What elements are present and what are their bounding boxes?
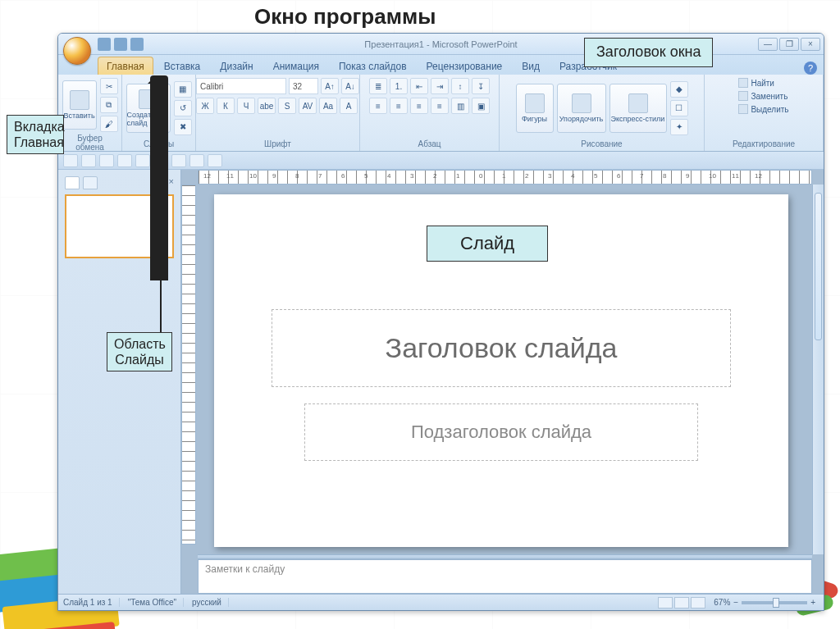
shape-fill-icon[interactable]: ◆ — [670, 81, 688, 98]
align-right-icon[interactable]: ≡ — [410, 98, 428, 114]
normal-view-icon[interactable] — [658, 597, 673, 608]
shapes-icon — [525, 93, 545, 113]
arrow-to-tab — [150, 75, 168, 280]
text-direction-icon[interactable]: ↧ — [472, 78, 490, 94]
minimize-button[interactable]: — — [758, 38, 778, 51]
group-label: Абзац — [365, 138, 494, 151]
tool-icon[interactable] — [117, 154, 132, 167]
bullets-icon[interactable]: ≣ — [369, 78, 387, 94]
shape-outline-icon[interactable]: ☐ — [670, 100, 688, 116]
delete-icon[interactable]: ✖ — [174, 119, 192, 135]
select-icon — [738, 104, 748, 114]
status-language[interactable]: русский — [192, 598, 229, 607]
tab-view[interactable]: Вид — [513, 57, 549, 75]
spacing-button[interactable]: AV — [299, 98, 317, 114]
subtitle-placeholder[interactable]: Подзаголовок слайда — [304, 403, 698, 461]
slideshow-view-icon[interactable] — [691, 597, 705, 608]
secondary-toolbar — [58, 152, 824, 170]
annot-slides-pane: Область Слайды — [107, 332, 172, 371]
redo-icon[interactable] — [130, 38, 144, 51]
find-button[interactable]: Найти — [738, 78, 774, 88]
close-button[interactable]: × — [801, 38, 820, 51]
undo-icon[interactable] — [114, 38, 127, 51]
tab-review[interactable]: Рецензирование — [418, 57, 512, 75]
columns-icon[interactable]: ▥ — [451, 98, 469, 114]
justify-icon[interactable]: ≡ — [431, 98, 449, 114]
tab-insert[interactable]: Вставка — [155, 57, 210, 75]
close-pane-icon[interactable]: × — [169, 176, 174, 189]
tab-design[interactable]: Дизайн — [211, 57, 262, 75]
group-editing: Найти Заменить Выделить Редактирование — [705, 75, 824, 151]
grow-font-icon[interactable]: A↑ — [321, 78, 339, 94]
tool-icon[interactable] — [189, 154, 204, 167]
title-placeholder[interactable]: Заголовок слайда — [272, 309, 731, 387]
quick-access-toolbar — [98, 38, 144, 51]
group-clipboard: Вставить ✂ ⧉ 🖌 Буфер обмена — [58, 75, 122, 151]
sorter-view-icon[interactable] — [674, 597, 689, 608]
font-color-button[interactable]: A — [340, 98, 358, 114]
notes-pane[interactable]: Заметки к слайду — [198, 559, 812, 594]
vertical-scrollbar[interactable] — [812, 185, 824, 554]
outline-tab[interactable] — [83, 176, 98, 189]
strike-button[interactable]: abe — [258, 98, 276, 114]
tab-slideshow[interactable]: Показ слайдов — [330, 57, 416, 75]
quick-styles-button[interactable]: Экспресс-стили — [609, 84, 667, 133]
help-icon[interactable]: ? — [804, 62, 817, 75]
scrollbar-thumb[interactable] — [815, 193, 822, 340]
format-painter-icon[interactable]: 🖌 — [100, 116, 118, 132]
tool-icon[interactable] — [135, 154, 150, 167]
replace-button[interactable]: Заменить — [738, 91, 788, 101]
tab-home[interactable]: Главная — [98, 57, 153, 75]
zoom-slider-handle[interactable] — [773, 598, 779, 608]
styles-label: Экспресс-стили — [611, 115, 665, 123]
tab-animation[interactable]: Анимация — [264, 57, 328, 75]
indent-inc-icon[interactable]: ⇥ — [431, 78, 449, 94]
layout-icon[interactable]: ▦ — [174, 81, 192, 98]
font-size-combo[interactable]: 32 — [289, 78, 318, 94]
underline-button[interactable]: Ч — [237, 98, 255, 114]
annot-home-tab: Вкладка Главная — [7, 115, 64, 154]
group-paragraph: ≣ 1. ⇤ ⇥ ↕ ↧ ≡ ≡ ≡ ≡ ▥ ▣ Абзац — [360, 75, 500, 151]
bold-button[interactable]: Ж — [196, 98, 214, 114]
vertical-ruler[interactable] — [181, 185, 196, 545]
thumb-number: 1 — [57, 194, 58, 204]
slides-tab[interactable] — [65, 176, 80, 189]
shrink-font-icon[interactable]: A↓ — [341, 78, 359, 94]
zoom-value: 67% — [714, 598, 730, 607]
paste-button[interactable]: Вставить — [62, 80, 97, 130]
cut-icon[interactable]: ✂ — [100, 78, 118, 94]
zoom-in-button[interactable]: + — [810, 598, 815, 607]
annot-slide: Слайд — [427, 226, 548, 262]
shadow-button[interactable]: S — [278, 98, 296, 114]
copy-icon[interactable]: ⧉ — [100, 97, 118, 113]
font-family-combo[interactable]: Calibri — [196, 78, 286, 94]
group-label: Буфер обмена — [63, 132, 116, 154]
maximize-button[interactable]: ❐ — [779, 38, 799, 51]
align-left-icon[interactable]: ≡ — [369, 98, 387, 114]
horizontal-ruler[interactable]: 1211109876543210123456789101112 — [198, 170, 812, 185]
shape-effects-icon[interactable]: ✦ — [670, 119, 688, 135]
italic-button[interactable]: К — [217, 98, 235, 114]
shapes-button[interactable]: Фигуры — [516, 84, 554, 133]
arrange-button[interactable]: Упорядочить — [557, 84, 606, 133]
tool-icon[interactable] — [171, 154, 186, 167]
indent-dec-icon[interactable]: ⇤ — [410, 78, 428, 94]
numbering-icon[interactable]: 1. — [390, 78, 408, 94]
tool-icon[interactable] — [81, 154, 96, 167]
search-icon — [738, 78, 748, 88]
convert-smartart-icon[interactable]: ▣ — [472, 98, 490, 114]
align-center-icon[interactable]: ≡ — [390, 98, 408, 114]
zoom-out-button[interactable]: − — [733, 598, 738, 607]
select-button[interactable]: Выделить — [738, 104, 788, 114]
group-font: Calibri 32 A↑ A↓ Ж К Ч abe S AV Aa A Шри… — [196, 75, 360, 151]
tool-icon[interactable] — [63, 154, 78, 167]
case-button[interactable]: Aa — [319, 98, 337, 114]
tool-icon[interactable] — [208, 154, 222, 167]
save-icon[interactable] — [98, 38, 111, 51]
tool-icon[interactable] — [99, 154, 114, 167]
lesson-title: Окно программы — [254, 4, 436, 30]
reset-icon[interactable]: ↺ — [174, 100, 192, 116]
zoom-slider[interactable] — [742, 601, 807, 604]
line-spacing-icon[interactable]: ↕ — [451, 78, 469, 94]
office-button[interactable] — [63, 37, 91, 65]
